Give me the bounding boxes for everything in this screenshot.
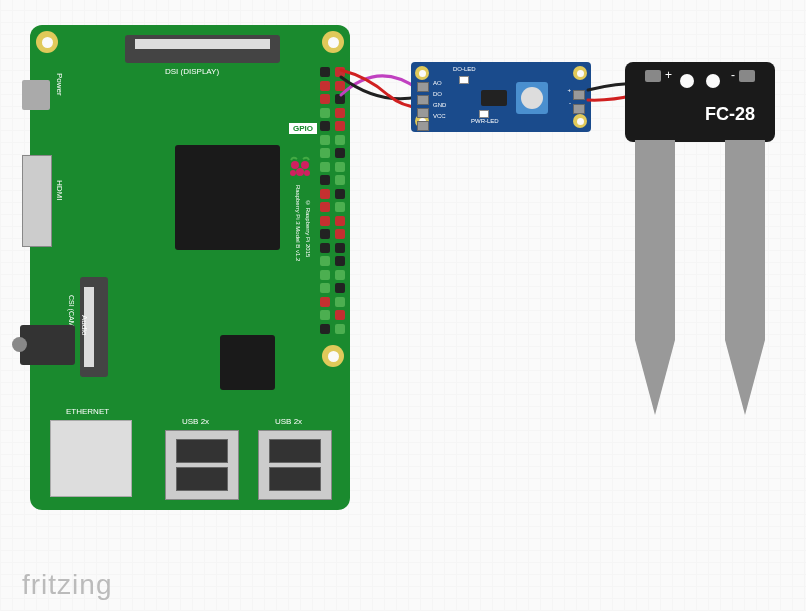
sensor-mounting-hole [415, 66, 429, 80]
power-label: Power [55, 73, 64, 96]
mounting-hole [322, 31, 344, 53]
potentiometer-icon [516, 82, 548, 114]
sensor-output-pins [573, 90, 585, 114]
probe-model-label: FC-28 [705, 104, 755, 125]
sensor-input-pins [417, 82, 429, 131]
probe-prong-left [635, 140, 675, 415]
svg-point-0 [291, 161, 299, 169]
soil-moisture-probe: + - FC-28 [625, 62, 775, 417]
probe-mounting-hole [706, 74, 720, 88]
fritzing-logo: fritzing [22, 569, 112, 601]
sensor-ic-chip [481, 90, 507, 106]
usb-label-2: USB 2x [275, 417, 302, 426]
raspberry-pi-board: DSI (DISPLAY) CSI (CAMERA) Power HDMI Au… [30, 25, 350, 510]
probe-pad-plus [645, 70, 661, 82]
sensor-pin-vcc-label: VCC [433, 113, 446, 119]
probe-mounting-hole [680, 74, 694, 88]
sensor-mounting-hole [573, 66, 587, 80]
usb-label-1: USB 2x [182, 417, 209, 426]
raspberry-pi-logo-icon [285, 155, 315, 185]
audio-jack [20, 325, 75, 365]
fritzing-diagram: DSI (DISPLAY) CSI (CAMERA) Power HDMI Au… [0, 0, 806, 611]
ethernet-label: ETHERNET [66, 407, 109, 416]
probe-head: + - FC-28 [625, 62, 775, 142]
dsi-label: DSI (DISPLAY) [165, 67, 219, 76]
sensor-pin-do-label: DO [433, 91, 442, 97]
sensor-pin-gnd-label: GND [433, 102, 446, 108]
model-text-2: © Raspberry Pi 2015 [305, 200, 311, 257]
sensor-out-minus-label: - [569, 100, 571, 106]
pwr-led-icon [479, 110, 489, 118]
audio-label: Audio [80, 315, 89, 335]
probe-prong-right [725, 140, 765, 415]
svg-point-1 [301, 161, 309, 169]
secondary-chip [220, 335, 275, 390]
probe-plus-label: + [665, 68, 672, 82]
power-micro-usb [22, 80, 50, 110]
svg-point-4 [304, 170, 310, 176]
do-led-label: DO-LED [453, 66, 476, 72]
model-text-1: Raspberry Pi 3 Model B v1.2 [295, 185, 301, 261]
probe-minus-label: - [731, 68, 735, 82]
dsi-connector [125, 35, 280, 63]
hdmi-label: HDMI [55, 180, 64, 200]
probe-pad-minus [739, 70, 755, 82]
sensor-out-plus-label: + [567, 87, 571, 93]
mounting-hole [36, 31, 58, 53]
usb-port-group-2 [258, 430, 332, 500]
ethernet-port [50, 420, 132, 497]
gpio-badge: GPIO [289, 123, 317, 134]
do-led-icon [459, 76, 469, 84]
hdmi-port [22, 155, 52, 247]
pwr-led-label: PWR-LED [471, 118, 499, 124]
svg-point-3 [290, 170, 296, 176]
usb-port-group-1 [165, 430, 239, 500]
svg-point-2 [296, 168, 304, 176]
mounting-hole [322, 345, 344, 367]
soc-chip [175, 145, 280, 250]
sensor-pin-ao-label: AO [433, 80, 442, 86]
soil-moisture-sensor-module: AO DO GND VCC DO-LED PWR-LED + - [411, 62, 591, 132]
sensor-mounting-hole [573, 114, 587, 128]
